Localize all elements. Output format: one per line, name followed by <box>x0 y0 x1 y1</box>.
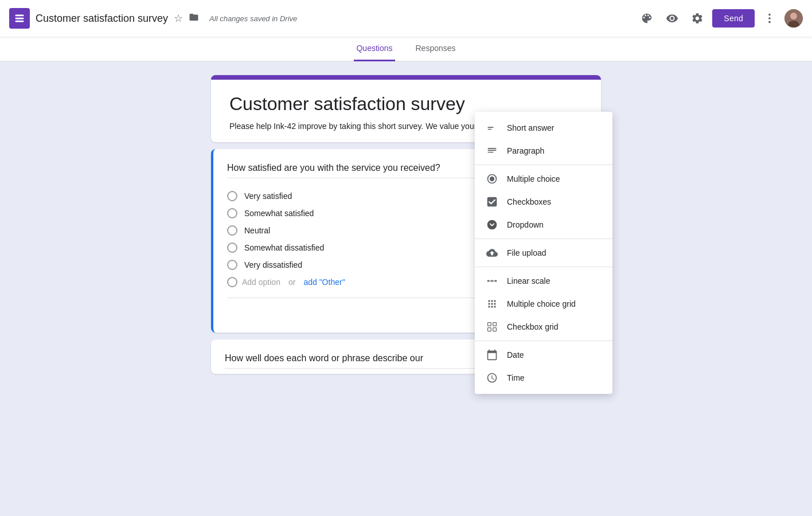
header-left: Customer satisfaction survey ☆ All chang… <box>9 8 637 29</box>
checkboxes-icon <box>486 196 498 208</box>
date-icon <box>486 349 498 361</box>
multiple-choice-grid-icon <box>486 298 498 310</box>
add-option-separator: or <box>288 277 295 287</box>
svg-point-29 <box>488 306 490 307</box>
menu-item-multiple-choice-grid[interactable]: Multiple choice grid <box>475 292 612 315</box>
option-label-neutral: Neutral <box>244 226 270 235</box>
menu-divider-2 <box>475 239 612 239</box>
svg-rect-1 <box>15 18 24 19</box>
tab-questions[interactable]: Questions <box>354 37 395 61</box>
preview-button[interactable] <box>662 8 682 29</box>
checkbox-grid-icon <box>486 321 498 333</box>
svg-point-18 <box>487 280 489 282</box>
svg-rect-12 <box>488 150 497 151</box>
svg-rect-13 <box>488 152 494 153</box>
send-button[interactable]: Send <box>712 9 755 28</box>
add-other-link[interactable]: add "Other" <box>303 277 345 287</box>
svg-rect-2 <box>15 21 24 22</box>
menu-item-linear-scale-label: Linear scale <box>507 276 551 286</box>
svg-rect-9 <box>488 127 494 128</box>
svg-rect-33 <box>493 323 497 326</box>
svg-point-28 <box>494 303 495 304</box>
more-options-button[interactable] <box>759 8 780 29</box>
option-label-very-dissatisfied: Very dissatisfied <box>244 260 302 269</box>
svg-rect-10 <box>488 129 492 130</box>
radio-somewhat-dissatisfied <box>227 243 237 253</box>
app-icon <box>9 8 30 29</box>
menu-item-date-label: Date <box>507 350 524 359</box>
dropdown-icon <box>486 219 498 230</box>
menu-divider-3 <box>475 267 612 267</box>
svg-rect-11 <box>488 148 497 149</box>
tabs-bar: Questions Responses <box>0 37 812 61</box>
svg-point-30 <box>491 306 493 307</box>
svg-rect-32 <box>488 323 491 326</box>
menu-item-paragraph-label: Paragraph <box>507 146 544 155</box>
menu-item-short-answer-label: Short answer <box>507 123 554 132</box>
svg-point-3 <box>768 14 771 16</box>
menu-item-dropdown[interactable]: Dropdown <box>475 213 612 236</box>
time-icon <box>486 372 498 384</box>
paragraph-icon <box>486 145 498 157</box>
radio-add <box>227 277 237 287</box>
radio-somewhat-satisfied <box>227 208 237 218</box>
svg-point-20 <box>495 280 497 282</box>
folder-icon[interactable] <box>189 12 199 25</box>
svg-point-4 <box>768 17 771 19</box>
question-type-dropdown: Short answer Paragraph Multiple choice C… <box>475 112 612 394</box>
svg-point-19 <box>491 280 493 282</box>
radio-neutral <box>227 225 237 236</box>
menu-item-multiple-choice-label: Multiple choice <box>507 174 560 183</box>
file-upload-icon <box>486 247 498 259</box>
menu-divider-1 <box>475 165 612 165</box>
menu-item-paragraph[interactable]: Paragraph <box>475 139 612 162</box>
menu-item-dropdown-label: Dropdown <box>507 220 544 229</box>
avatar[interactable] <box>784 9 803 28</box>
short-answer-icon <box>486 122 498 134</box>
autosave-text: All changes saved in Drive <box>209 14 297 23</box>
svg-rect-34 <box>488 328 491 331</box>
menu-item-checkbox-grid[interactable]: Checkbox grid <box>475 315 612 338</box>
menu-item-checkboxes-label: Checkboxes <box>507 197 551 206</box>
svg-point-31 <box>494 306 495 307</box>
svg-point-23 <box>488 300 490 302</box>
menu-item-time-label: Time <box>507 373 525 382</box>
svg-point-5 <box>768 21 771 24</box>
menu-item-multiple-choice-grid-label: Multiple choice grid <box>507 299 576 308</box>
menu-item-date[interactable]: Date <box>475 343 612 366</box>
linear-scale-icon <box>486 275 498 287</box>
settings-button[interactable] <box>687 8 708 29</box>
svg-point-26 <box>488 303 490 304</box>
svg-rect-35 <box>493 328 497 331</box>
option-label-somewhat-satisfied: Somewhat satisfied <box>244 209 314 218</box>
menu-item-short-answer[interactable]: Short answer <box>475 116 612 139</box>
svg-rect-0 <box>15 15 24 17</box>
menu-item-linear-scale[interactable]: Linear scale <box>475 269 612 292</box>
add-option-label: Add option <box>242 277 280 287</box>
svg-point-17 <box>487 220 497 230</box>
menu-item-file-upload[interactable]: File upload <box>475 241 612 264</box>
doc-title: Customer satisfaction survey <box>36 13 168 25</box>
menu-item-checkboxes[interactable]: Checkboxes <box>475 190 612 213</box>
menu-divider-4 <box>475 341 612 341</box>
menu-item-time[interactable]: Time <box>475 366 612 389</box>
option-label-very-satisfied: Very satisfied <box>244 191 292 201</box>
content-area: Customer satisfaction survey Please help… <box>0 61 812 513</box>
radio-very-satisfied <box>227 191 237 201</box>
menu-item-checkbox-grid-label: Checkbox grid <box>507 322 559 331</box>
svg-point-24 <box>491 300 493 302</box>
svg-point-7 <box>790 13 797 19</box>
tab-responses[interactable]: Responses <box>413 37 458 61</box>
radio-very-dissatisfied <box>227 260 237 270</box>
header: Customer satisfaction survey ☆ All chang… <box>0 0 812 37</box>
svg-point-27 <box>491 303 493 304</box>
palette-button[interactable] <box>637 8 657 29</box>
header-right: Send <box>637 8 803 29</box>
option-label-somewhat-dissatisfied: Somewhat dissatisfied <box>244 243 324 252</box>
multiple-choice-icon <box>486 173 498 185</box>
menu-item-file-upload-label: File upload <box>507 248 546 257</box>
svg-point-15 <box>490 177 494 181</box>
star-icon[interactable]: ☆ <box>174 12 183 25</box>
svg-point-25 <box>494 300 495 302</box>
menu-item-multiple-choice[interactable]: Multiple choice <box>475 167 612 190</box>
